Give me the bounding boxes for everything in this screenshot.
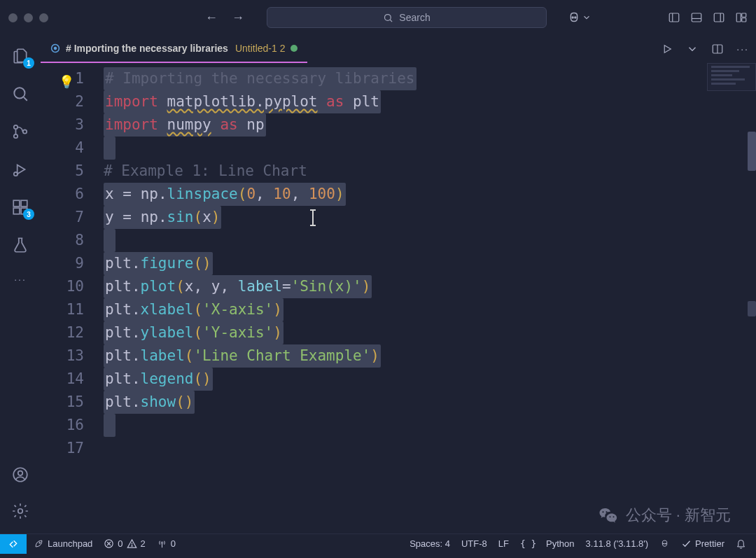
testing-tab[interactable] — [10, 235, 30, 255]
prettier-status[interactable]: Prettier — [681, 538, 724, 549]
chevron-down-icon[interactable] — [686, 43, 699, 55]
svg-point-0 — [385, 14, 391, 20]
encoding-status[interactable]: UTF-8 — [461, 538, 487, 549]
command-center-search[interactable]: Search — [267, 7, 547, 28]
title-bar: ← → Search — [0, 0, 756, 35]
unsaved-dot-icon — [290, 45, 298, 52]
python-lang-icon: ⦿ — [50, 43, 60, 54]
search-tab[interactable] — [10, 84, 30, 104]
language-mode-status[interactable]: { } Python — [520, 538, 575, 549]
run-debug-icon — [11, 160, 29, 179]
problems-status[interactable]: 0 2 — [104, 538, 145, 549]
svg-point-2 — [572, 17, 573, 18]
svg-marker-18 — [18, 165, 25, 174]
toggle-primary-sidebar-icon[interactable] — [668, 11, 680, 24]
copilot-icon — [566, 10, 582, 25]
svg-point-26 — [18, 509, 23, 514]
customize-layout-icon[interactable] — [735, 11, 748, 24]
copilot-icon — [659, 538, 670, 549]
overview-marker — [748, 301, 756, 316]
remote-icon — [8, 538, 19, 550]
tab-subtitle-label: Untitled-1 2 — [235, 43, 286, 54]
editor-actions: ··· — [661, 35, 749, 63]
accounts-tab[interactable] — [10, 465, 30, 484]
toggle-secondary-sidebar-icon[interactable] — [713, 11, 725, 24]
run-file-icon[interactable] — [661, 43, 673, 55]
account-icon — [11, 466, 29, 484]
more-views-icon[interactable]: ··· — [10, 273, 30, 286]
svg-rect-21 — [13, 208, 20, 214]
rocket-icon — [34, 538, 44, 549]
zoom-window-icon[interactable] — [39, 13, 48, 22]
beaker-icon — [11, 236, 29, 254]
error-icon — [104, 538, 114, 549]
debug-tab[interactable] — [10, 160, 30, 179]
settings-tab[interactable] — [10, 501, 30, 521]
activity-bar: 1 3 ··· — [0, 35, 41, 533]
svg-point-37 — [664, 543, 664, 544]
search-icon — [383, 13, 393, 23]
code-content[interactable]: # Importing the necessary libraries impo… — [104, 63, 756, 533]
svg-rect-23 — [21, 200, 27, 207]
search-icon — [11, 85, 29, 103]
svg-point-3 — [575, 17, 576, 18]
svg-point-25 — [18, 471, 23, 476]
indentation-status[interactable]: Spaces: 4 — [410, 538, 450, 549]
explorer-badge: 1 — [23, 57, 34, 69]
svg-point-36 — [161, 542, 163, 544]
launchpad-label: Launchpad — [48, 538, 92, 549]
bell-icon — [736, 538, 746, 549]
more-actions-icon[interactable]: ··· — [736, 43, 749, 55]
source-control-icon — [11, 123, 29, 141]
code-editor[interactable]: 💡 123 456 789 101112 131415 1617 # Impor… — [41, 63, 756, 533]
launchpad-status[interactable]: Launchpad — [34, 538, 92, 549]
watermark-text: 公众号 · 新智元 — [626, 505, 731, 526]
svg-rect-4 — [669, 13, 679, 22]
svg-line-14 — [24, 97, 27, 101]
minimize-window-icon[interactable] — [24, 13, 33, 22]
scrollbar-thumb[interactable] — [748, 132, 756, 171]
code-line-1: # Importing the necessary libraries — [104, 67, 416, 90]
tab-bar: ⦿ # Importing the necessary libraries Un… — [41, 35, 756, 63]
search-placeholder: Search — [399, 12, 430, 23]
copilot-status[interactable] — [659, 538, 670, 549]
close-window-icon[interactable] — [8, 13, 18, 22]
svg-point-17 — [23, 130, 27, 133]
eol-status[interactable]: LF — [498, 538, 509, 549]
warning-icon — [127, 538, 137, 549]
notifications-status[interactable] — [736, 538, 746, 549]
tab-title-label: # Importing the necessary libraries — [66, 43, 228, 54]
radio-tower-icon — [157, 538, 167, 549]
svg-rect-6 — [692, 13, 701, 22]
explorer-tab[interactable]: 1 — [10, 46, 30, 66]
check-icon — [681, 538, 692, 549]
nav-forward-icon[interactable]: → — [232, 11, 244, 25]
watermark: 公众号 · 新智元 — [598, 505, 731, 526]
editor-tab-untitled-1[interactable]: ⦿ # Importing the necessary libraries Un… — [41, 35, 307, 63]
nav-back-icon[interactable]: ← — [205, 11, 218, 25]
remote-indicator[interactable] — [0, 534, 27, 554]
svg-rect-12 — [742, 18, 746, 22]
toggle-panel-icon[interactable] — [690, 11, 703, 24]
svg-rect-10 — [736, 13, 741, 22]
lightbulb-icon[interactable]: 💡 — [59, 70, 74, 93]
svg-point-35 — [132, 545, 132, 546]
svg-marker-27 — [665, 46, 671, 53]
status-bar: Launchpad 0 2 0 Spaces: 4 UTF-8 LF { } P… — [0, 533, 756, 553]
scrollbar[interactable] — [746, 63, 756, 533]
svg-point-30 — [39, 542, 41, 543]
svg-point-16 — [14, 134, 18, 138]
svg-point-15 — [14, 125, 18, 129]
extensions-tab[interactable]: 3 — [10, 197, 30, 217]
svg-point-38 — [665, 543, 666, 544]
svg-line-1 — [391, 20, 393, 22]
ports-status[interactable]: 0 — [157, 538, 176, 549]
scm-tab[interactable] — [10, 122, 30, 141]
gear-icon — [11, 502, 29, 520]
extensions-badge: 3 — [23, 209, 34, 220]
copilot-menu[interactable] — [566, 10, 592, 25]
python-interpreter-status[interactable]: 3.11.8 ('3.11.8') — [586, 538, 649, 549]
svg-point-19 — [14, 172, 18, 176]
svg-rect-20 — [13, 200, 20, 207]
split-editor-icon[interactable] — [711, 43, 724, 55]
